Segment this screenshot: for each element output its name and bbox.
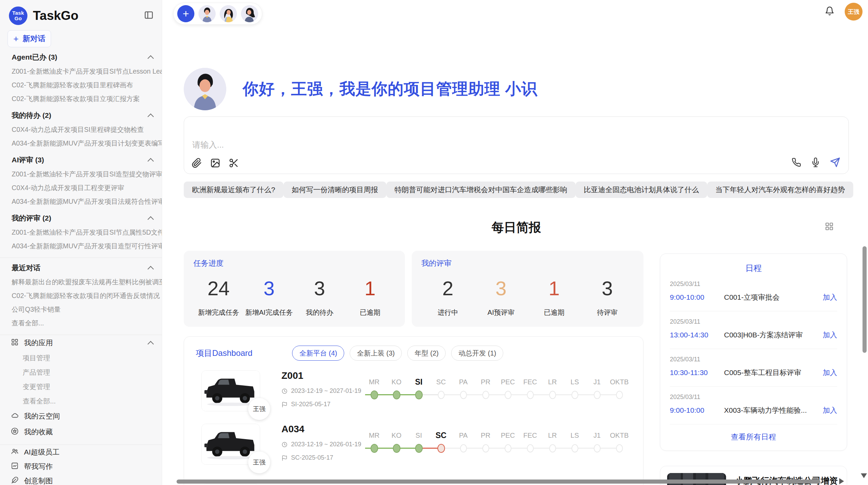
assistant-avatar (184, 68, 226, 110)
list-item[interactable]: A034-全新新能源MUV产品开发项目法规符合性评审 (0, 195, 162, 208)
milestone-current-overdue: SC (430, 428, 452, 455)
project-dates: 2023-12-19 ~ 2026-01-19 (281, 441, 363, 448)
list-item[interactable]: 解释最新出台的欧盟报废车法规再生塑料比例被调至15%... (0, 275, 162, 289)
sidebar-item-ai-employee[interactable]: AI超级员工 (0, 445, 162, 459)
section-my-todo[interactable]: 我的待办 (2) (0, 108, 162, 123)
section-title: AI评审 (3) (12, 155, 44, 165)
list-item[interactable]: A034-全新新能源MUV产品开发项目造型可行性评审 (0, 239, 162, 253)
project-row[interactable]: 王强 Z001 2023-12-19 ~ 2027-01-19 (196, 370, 631, 411)
project-dates: 2023-12-19 ~ 2027-01-19 (281, 387, 363, 395)
sidebar-item-help-write[interactable]: 帮我写作 (0, 459, 162, 474)
list-item[interactable]: Z001-全新燃油轻卡产品开发项目SI造型提交物评审 (0, 167, 162, 181)
list-item[interactable]: Z001-全新燃油皮卡产品开发项目SI节点Lesson Learn报告 (0, 64, 162, 78)
event-date: 2025/03/11 (670, 281, 837, 288)
project-row[interactable]: 王强 A034 2023-12-19 ~ 2026-01-19 (196, 424, 631, 465)
section-my-review[interactable]: 我的评审 (2) (0, 211, 162, 225)
filter-chip[interactable]: 全新上装 (3) (350, 346, 402, 361)
section-ai-review[interactable]: AI评审 (3) (0, 153, 162, 167)
add-member-button[interactable]: + (177, 5, 194, 22)
sidebar-item-creative-draw[interactable]: 创意制图 (0, 474, 162, 485)
layout-grid-icon[interactable] (825, 222, 834, 232)
milestone-current: SI (408, 375, 430, 401)
app-window: Task Go TaskGo + 新对话 Agent已办 (3) Z001-全新… (0, 0, 868, 485)
image-icon[interactable] (210, 158, 220, 170)
suggestion-chip[interactable]: 如何写一份清晰的项目周报 (284, 182, 386, 198)
milestone: SC (430, 375, 452, 401)
member-avatar[interactable] (198, 5, 216, 22)
chevron-up-icon[interactable] (147, 158, 154, 164)
join-link[interactable]: 加入 (823, 330, 837, 340)
member-avatar[interactable] (220, 5, 237, 22)
flag-icon (281, 401, 288, 408)
apps-grid-icon (11, 338, 19, 348)
list-item[interactable]: C02-飞腾新能源轻客改款项目里程碑画布 (0, 78, 162, 92)
sidebar-item-project-mgmt[interactable]: 项目管理 (0, 351, 162, 365)
milestone: PR (474, 375, 497, 401)
section-title: 我的评审 (2) (12, 213, 51, 223)
list-item[interactable]: C02-飞腾新能源轻客改款项目的闭环通告反馈情况 (0, 289, 162, 302)
horizontal-scrollbar[interactable] (177, 480, 820, 484)
milestone: J1 (586, 428, 608, 455)
view-all-chats[interactable]: 查看全部... (0, 316, 162, 330)
milestone-track: MR KO SI SC PA PR PEC FEC LR LS (363, 428, 631, 465)
suggestion-chip[interactable]: 比亚迪全固态电池计划具体说了什么 (576, 182, 707, 198)
send-icon[interactable] (830, 157, 840, 169)
list-item[interactable]: C0X4-动力总成开发项目工程变更评审 (0, 181, 162, 195)
suggestion-chip[interactable]: 特朗普可能对进口汽车增税会对中国车企造成哪些影响 (386, 182, 576, 198)
view-all-apps[interactable]: 查看全部... (0, 394, 162, 408)
view-all-schedule-link[interactable]: 查看所有日程 (670, 432, 837, 442)
sidebar-item-favorites[interactable]: 我的收藏 (0, 424, 162, 440)
event-name: C005-整车工程目标评审 (724, 368, 823, 377)
sidebar-toggle-icon[interactable] (144, 10, 154, 21)
user-avatar[interactable]: 王强 (845, 3, 863, 21)
sidebar-item-my-apps[interactable]: 我的应用 (0, 335, 162, 351)
join-link[interactable]: 加入 (823, 406, 837, 415)
logo-line-2: Go (14, 16, 22, 22)
list-item[interactable]: Z001-全新燃油轻卡产品开发项目SI节点属性5D文件评审 (0, 225, 162, 239)
join-link[interactable]: 加入 (823, 368, 837, 377)
composer-placeholder: 请输入... (192, 139, 224, 150)
list-item[interactable]: C0X4-动力总成开发项目SI里程碑提交物检查 (0, 123, 162, 136)
sidebar: Task Go TaskGo + 新对话 Agent已办 (3) Z001-全新… (0, 0, 162, 485)
mic-icon[interactable] (811, 158, 820, 169)
vertical-scrollbar[interactable] (863, 246, 867, 353)
list-item[interactable]: A034-全新新能源MUV产品开发项目计划变更表编写 (0, 136, 162, 150)
milestone: PA (452, 428, 474, 455)
member-avatar[interactable] (241, 5, 258, 22)
list-item[interactable]: C02-飞腾新能源轻客改款项目立项汇报方案 (0, 92, 162, 105)
composer[interactable]: 请输入... (184, 116, 849, 174)
section-recent-chats[interactable]: 最近对话 (0, 261, 162, 275)
scroll-right-arrow[interactable] (839, 478, 844, 484)
stats-row: 任务进度 24新增完成任务 3新增AI完成任务 3我的待办 1已逾期 我的评审 (184, 251, 643, 327)
milestone: OKTB (608, 428, 630, 455)
attachment-icon[interactable] (192, 158, 202, 170)
phone-icon[interactable] (792, 158, 801, 169)
join-link[interactable]: 加入 (823, 293, 837, 302)
logo-line-1: Task (12, 10, 24, 16)
chevron-up-icon[interactable] (147, 216, 154, 222)
chevron-up-icon[interactable] (147, 266, 154, 272)
suggestion-chip[interactable]: 当下年轻人对汽车外观有怎样的喜好趋势 (707, 182, 853, 198)
main-content: 你好，王强，我是你的项目管理助理 小识 请输入... (184, 0, 849, 485)
list-item[interactable]: 公司Q3轻卡销量 (0, 302, 162, 316)
section-agent-done[interactable]: Agent已办 (3) (0, 50, 162, 64)
composer-left-icons (192, 158, 239, 170)
filter-chip[interactable]: 动总开发 (1) (451, 346, 503, 361)
sidebar-item-cloud-space[interactable]: 我的云空间 (0, 408, 162, 424)
scissors-icon[interactable] (229, 158, 239, 170)
sidebar-item-product-mgmt[interactable]: 产品管理 (0, 365, 162, 380)
new-chat-button[interactable]: + 新对话 (8, 30, 51, 47)
scroll-down-arrow[interactable] (861, 473, 867, 478)
event-name: C001-立项审批会 (724, 293, 823, 302)
cloud-space-label: 我的云空间 (24, 411, 60, 421)
chevron-up-icon[interactable] (147, 113, 154, 120)
chevron-up-icon[interactable] (147, 55, 154, 61)
suggestion-chip[interactable]: 欧洲新规最近颁布了什么? (184, 182, 284, 198)
filter-chip[interactable]: 全新平台 (4) (292, 346, 344, 361)
dashboard-filters: 全新平台 (4) 全新上装 (3) 年型 (2) 动总开发 (1) (292, 346, 503, 361)
filter-chip[interactable]: 年型 (2) (407, 346, 446, 361)
milestone: LS (564, 428, 586, 455)
sidebar-item-change-mgmt[interactable]: 变更管理 (0, 380, 162, 394)
notification-bell-icon[interactable] (825, 6, 834, 17)
chevron-up-icon[interactable] (147, 341, 154, 347)
